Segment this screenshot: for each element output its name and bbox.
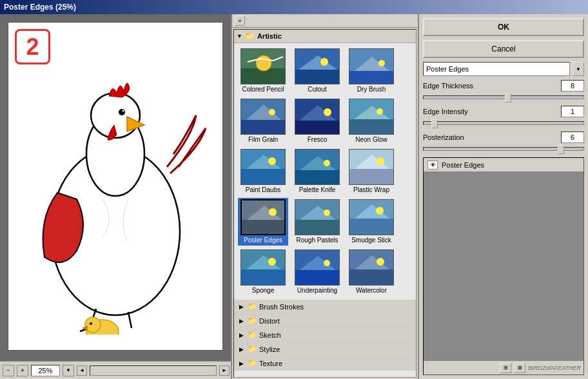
filter-neon-glow[interactable]: Neon Glow (346, 97, 397, 145)
scroll-left-button[interactable]: ◄ (77, 365, 87, 376)
svg-rect-12 (295, 70, 340, 84)
smudge-stick-thumbnail (349, 199, 394, 235)
sketch-label: Sketch (259, 331, 281, 339)
filter-paint-daubs[interactable]: Paint Daubs (238, 148, 288, 195)
posterization-slider[interactable] (423, 147, 584, 151)
film-grain-label: Film Grain (248, 136, 278, 144)
edge-thickness-input[interactable] (561, 80, 584, 92)
edge-intensity-slider[interactable] (423, 121, 584, 125)
svg-rect-52 (349, 219, 394, 235)
preview-icon-1[interactable]: ⊞ (500, 363, 511, 373)
filter-dropdown-button[interactable]: ▼ (573, 62, 584, 76)
cutout-label: Cutout (308, 86, 326, 93)
edge-thickness-thumb[interactable] (505, 93, 511, 102)
filter-dry-brush[interactable]: Dry Brush (346, 47, 397, 95)
dry-brush-label: Dry Brush (357, 86, 386, 93)
plastic-wrap-thumbnail (349, 149, 394, 185)
artistic-folder-icon: 📁 (245, 32, 255, 41)
artistic-label: Artistic (257, 32, 282, 40)
rooster-image (19, 38, 212, 335)
svg-rect-56 (241, 269, 286, 286)
ok-button[interactable]: OK (423, 18, 584, 36)
distort-row[interactable]: ▶ 📁 Distort (234, 314, 416, 328)
filter-panel: » ▼ 📁 Artistic Colored Pencil (232, 14, 419, 379)
svg-point-38 (324, 160, 330, 166)
rough-pastels-thumbnail (295, 199, 340, 235)
posterization-input[interactable] (561, 131, 584, 143)
texture-arrow-icon: ▶ (239, 360, 244, 367)
preview-content (424, 172, 583, 360)
filter-film-grain[interactable]: Film Grain (238, 97, 288, 145)
filter-sponge[interactable]: Sponge (238, 248, 288, 296)
settings-panel: OK Cancel Poster Edges ▼ Edge Thickness … (419, 14, 588, 379)
edge-thickness-slider[interactable] (423, 95, 584, 99)
svg-point-58 (268, 258, 276, 266)
filter-underpainting[interactable]: Underpainting (292, 248, 342, 296)
sponge-thumbnail (240, 249, 286, 286)
svg-point-54 (376, 207, 384, 215)
preview-eye-button[interactable]: 👁 (427, 160, 438, 170)
svg-point-26 (324, 108, 331, 116)
filter-smudge-stick[interactable]: Smudge Stick (346, 198, 397, 246)
svg-point-50 (324, 209, 330, 216)
preview-area: 👁 Poster Edges ⊞ ⊠ BIRDZofAFEATHER (423, 157, 584, 375)
sketch-row[interactable]: ▶ 📁 Sketch (234, 328, 416, 342)
preview-icon-2[interactable]: ⊠ (514, 363, 525, 373)
film-grain-thumbnail (240, 99, 286, 135)
stylize-row[interactable]: ▶ 📁 Stylize (234, 342, 416, 356)
zoom-plus-button[interactable]: + (17, 365, 28, 376)
collapse-panel-button[interactable]: » (235, 15, 245, 26)
edge-intensity-label: Edge Intensity (423, 108, 468, 115)
scroll-right-button[interactable]: ► (219, 365, 230, 376)
svg-rect-16 (349, 71, 394, 84)
cutout-thumbnail (295, 48, 340, 84)
filter-palette-knife[interactable]: Palette Knife (292, 148, 342, 195)
paint-daubs-label: Paint Daubs (246, 186, 280, 194)
filter-rough-pastels[interactable]: Rough Pastels (292, 198, 342, 246)
title-text: Poster Edges (25%) (4, 3, 76, 12)
texture-row[interactable]: ▶ 📁 Texture (234, 356, 416, 371)
texture-label: Texture (259, 360, 282, 367)
svg-rect-40 (349, 169, 394, 185)
artistic-section-header[interactable]: ▼ 📁 Artistic (234, 30, 416, 43)
zoom-dropdown-button[interactable]: ▼ (63, 365, 74, 376)
sketch-folder-icon: 📁 (248, 331, 257, 339)
edge-intensity-header: Edge Intensity (423, 106, 584, 117)
svg-point-10 (256, 55, 271, 71)
svg-point-42 (377, 157, 384, 165)
svg-rect-60 (295, 270, 340, 286)
edge-intensity-thumb[interactable] (431, 119, 438, 128)
brush-strokes-row[interactable]: ▶ 📁 Brush Strokes (234, 300, 416, 314)
svg-point-18 (378, 60, 385, 66)
zoom-display: 25% (31, 365, 60, 376)
distort-arrow-icon: ▶ (239, 318, 244, 324)
sketch-arrow-icon: ▶ (239, 332, 244, 338)
filter-watercolor[interactable]: Watercolor (346, 248, 397, 296)
filter-poster-edges[interactable]: Poster Edges (238, 198, 288, 246)
paint-daubs-thumbnail (240, 149, 286, 185)
stylize-arrow-icon: ▶ (239, 346, 244, 353)
svg-rect-36 (295, 170, 340, 185)
zoom-minus-button[interactable]: − (3, 365, 14, 376)
svg-rect-64 (349, 269, 394, 286)
filter-colored-pencil[interactable]: Colored Pencil (238, 47, 288, 95)
posterization-param: Posterization (423, 131, 584, 151)
filter-plastic-wrap[interactable]: Plastic Wrap (346, 148, 397, 195)
rough-pastels-label: Rough Pastels (296, 237, 338, 244)
stylize-folder-icon: 📁 (248, 345, 257, 353)
filter-cutout[interactable]: Cutout (292, 47, 342, 95)
filter-fresco[interactable]: Fresco (292, 97, 342, 145)
smudge-stick-label: Smudge Stick (351, 237, 391, 244)
main-window: 2 (0, 14, 588, 379)
cancel-button[interactable]: Cancel (423, 40, 584, 58)
canvas-area: 2 (0, 14, 232, 379)
filter-dropdown-display[interactable]: Poster Edges (423, 62, 570, 76)
filter-list[interactable]: ▼ 📁 Artistic Colored Pencil Cutout (233, 29, 416, 378)
posterization-thumb[interactable] (558, 145, 564, 154)
neon-glow-thumbnail (349, 99, 394, 135)
svg-point-22 (269, 109, 275, 115)
horizontal-scrollbar[interactable] (90, 365, 217, 376)
svg-point-3 (119, 109, 125, 115)
colored-pencil-thumbnail (240, 48, 286, 84)
edge-intensity-input[interactable] (561, 106, 584, 117)
